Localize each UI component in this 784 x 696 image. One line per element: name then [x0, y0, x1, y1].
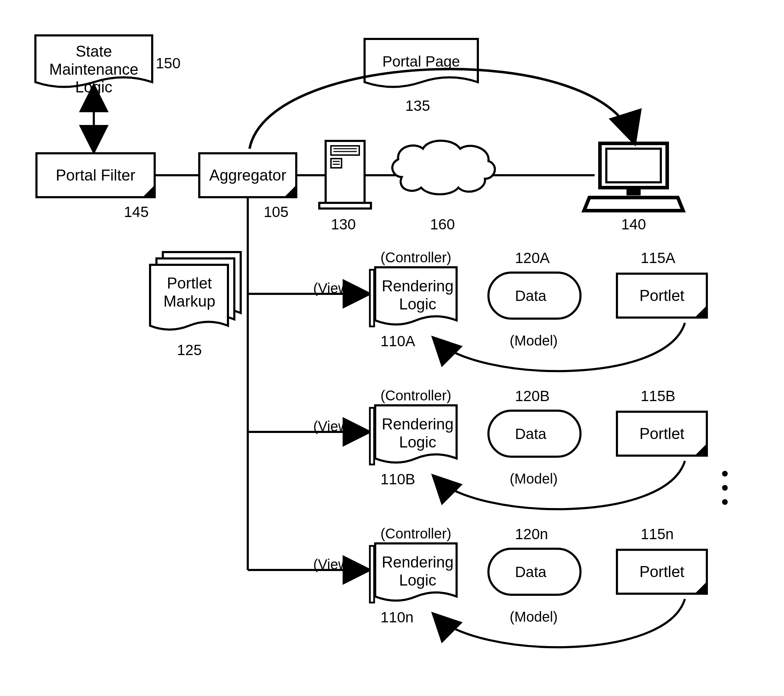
cloud-ref: 160 [430, 216, 455, 233]
portlet-markup-label: Portlet Markup [156, 274, 223, 310]
portlet-n-ref: 115n [641, 526, 674, 543]
aggregator-label: Aggregator [209, 167, 287, 185]
portal-page-label: Portal Page [375, 53, 467, 70]
model-label-b: (Model) [510, 471, 558, 487]
client-icon [584, 143, 683, 211]
controller-label-b: (Controller) [380, 388, 451, 404]
portlet-n-box: Portlet [616, 549, 708, 595]
rendering-n-ref: 110n [380, 609, 413, 626]
state-maintenance-label: State Maintenance Logic [35, 43, 152, 96]
server-ref: 130 [331, 216, 356, 233]
diagram-stage: State Maintenance Logic 150 Portal Filte… [0, 0, 784, 696]
svg-rect-8 [626, 188, 641, 195]
aggregator-box: Aggregator [198, 152, 297, 198]
model-label-n: (Model) [510, 609, 558, 625]
rendering-b-label: Rendering Logic [380, 415, 455, 451]
cloud-icon [392, 141, 495, 195]
portlet-a-label: Portlet [639, 287, 684, 305]
portlet-a-ref: 115A [641, 249, 675, 267]
rendering-b-ref: 110B [380, 471, 415, 488]
svg-rect-9 [370, 270, 374, 327]
controller-label-n: (Controller) [380, 526, 451, 542]
ellipsis-dot [722, 471, 728, 477]
svg-rect-4 [331, 158, 342, 168]
view-label-b: (View) [313, 419, 353, 434]
portal-filter-ref: 145 [124, 204, 149, 221]
rendering-a-label: Rendering Logic [380, 277, 455, 313]
ellipsis-dot [722, 485, 728, 491]
controller-label-a: (Controller) [380, 249, 451, 266]
portal-filter-box: Portal Filter [35, 152, 156, 198]
state-maintenance-ref: 150 [156, 55, 181, 72]
view-label-a: (View) [313, 280, 353, 296]
arc-portlet-n [435, 599, 685, 647]
rendering-n-label: Rendering Logic [380, 553, 455, 589]
aggregator-ref: 105 [264, 204, 288, 221]
svg-rect-1 [331, 146, 359, 155]
data-a-ref: 120A [515, 249, 550, 267]
portlet-markup-ref: 125 [177, 341, 202, 359]
svg-rect-10 [370, 408, 374, 465]
ellipsis-dot [722, 499, 728, 505]
svg-rect-0 [326, 141, 364, 203]
server-icon [319, 141, 371, 208]
arc-aggregator-client [250, 69, 634, 149]
portlet-b-label: Portlet [639, 425, 684, 443]
portlet-b-ref: 115B [641, 388, 675, 405]
arc-portlet-b [435, 461, 685, 509]
svg-rect-7 [319, 203, 371, 208]
portal-filter-label: Portal Filter [56, 167, 135, 185]
portlet-b-box: Portlet [616, 411, 708, 457]
portlet-a-box: Portlet [616, 272, 708, 318]
portlet-n-label: Portlet [639, 563, 684, 581]
portal-page-ref: 135 [405, 97, 430, 114]
data-b-label: Data [515, 426, 547, 442]
data-a-label: Data [515, 287, 547, 305]
client-ref: 140 [621, 216, 646, 233]
arc-portlet-a [435, 323, 685, 371]
model-label-a: (Model) [510, 333, 558, 349]
data-n-ref: 120n [515, 526, 548, 543]
view-label-n: (View) [313, 556, 353, 572]
svg-rect-11 [370, 546, 374, 602]
data-n-label: Data [515, 564, 547, 581]
data-b-ref: 120B [515, 388, 550, 405]
rendering-a-ref: 110A [380, 333, 415, 350]
